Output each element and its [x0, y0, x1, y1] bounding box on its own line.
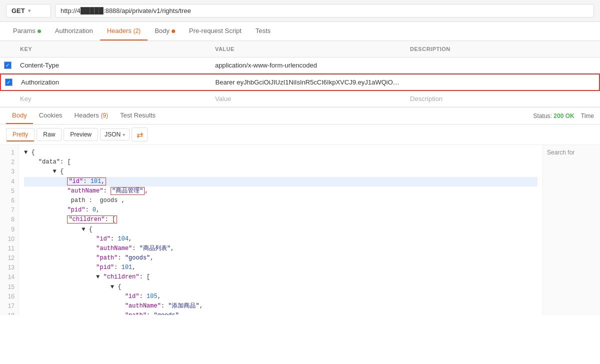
- body-tab-headers[interactable]: Headers (9): [69, 108, 114, 124]
- tab-pre-request[interactable]: Pre-request Script: [182, 22, 249, 40]
- body-tabs-row: Body Cookies Headers (9) Test Results St…: [0, 108, 600, 124]
- time-label: Time: [581, 112, 594, 120]
- table-row: Content-Type application/x-www-form-urle…: [0, 58, 600, 74]
- body-tab-test-results[interactable]: Test Results: [114, 108, 162, 124]
- status-value: 200 OK: [553, 112, 574, 120]
- body-tab-body[interactable]: Body: [6, 108, 33, 124]
- pretty-button[interactable]: Pretty: [6, 128, 35, 142]
- json-viewer: 12345678910111213141516171819 ▼ { "data"…: [0, 145, 600, 315]
- checkbox-checked[interactable]: [5, 78, 13, 86]
- row2-value[interactable]: Bearer eyJhbGciOiJIUzI1NiIsInR5cCI6IkpXV…: [210, 74, 404, 90]
- wrap-button[interactable]: ⇄: [132, 128, 148, 142]
- format-select[interactable]: JSON ▾: [100, 128, 130, 140]
- headers-table: KEY VALUE DESCRIPTION Content-Type appli…: [0, 41, 600, 108]
- json-content[interactable]: ▼ { "data": [ ▼ { "id": 101, "authName":…: [19, 145, 542, 315]
- format-select-label: JSON: [105, 131, 121, 138]
- table-row-placeholder: Key Value Description: [0, 91, 600, 107]
- raw-button[interactable]: Raw: [37, 128, 62, 141]
- url-input[interactable]: [55, 4, 594, 18]
- body-tab-cookies[interactable]: Cookies: [33, 108, 69, 124]
- preview-button[interactable]: Preview: [64, 128, 98, 141]
- row1-checkbox[interactable]: [0, 58, 15, 73]
- checkbox-checked[interactable]: [4, 62, 12, 69]
- row2-key[interactable]: Authorization: [16, 74, 210, 90]
- table-header: KEY VALUE DESCRIPTION: [0, 41, 600, 58]
- row1-key[interactable]: Content-Type: [15, 58, 210, 73]
- search-panel: Search for: [542, 145, 600, 315]
- key-col-header: KEY: [15, 44, 210, 54]
- status-label: Status:: [533, 112, 552, 120]
- chevron-down-icon: ▾: [123, 132, 125, 138]
- tab-tests[interactable]: Tests: [249, 22, 278, 40]
- wrap-icon: ⇄: [137, 130, 143, 140]
- placeholder-checkbox: [0, 95, 15, 103]
- method-label: GET: [12, 7, 25, 14]
- search-label: Search for: [547, 149, 574, 156]
- tab-params[interactable]: Params: [6, 22, 48, 40]
- row2-desc: [405, 78, 599, 86]
- desc-col-header: DESCRIPTION: [405, 44, 600, 54]
- row2-checkbox[interactable]: [1, 74, 16, 90]
- tab-headers[interactable]: Headers (2): [100, 22, 148, 40]
- tab-authorization[interactable]: Authorization: [48, 22, 100, 40]
- body-tabs-left: Body Cookies Headers (9) Test Results: [6, 108, 162, 124]
- value-col-header: VALUE: [210, 44, 405, 54]
- row1-value[interactable]: application/x-www-form-urlencoded: [210, 58, 405, 73]
- format-toolbar: Pretty Raw Preview JSON ▾ ⇄: [0, 124, 600, 145]
- table-row-authorization: Authorization Bearer eyJhbGciOiJIUzI1NiI…: [0, 74, 600, 91]
- line-numbers: 12345678910111213141516171819: [0, 145, 19, 315]
- chevron-down-icon: ▾: [28, 8, 31, 14]
- row1-desc: [405, 62, 600, 70]
- tab-body[interactable]: Body: [148, 22, 182, 40]
- params-dot: [38, 30, 41, 33]
- url-bar: GET ▾: [0, 0, 600, 22]
- body-dot: [172, 30, 175, 33]
- checkbox-col: [0, 44, 15, 54]
- request-tabs: Params Authorization Headers (2) Body Pr…: [0, 22, 600, 41]
- method-select[interactable]: GET ▾: [6, 4, 51, 18]
- placeholder-key[interactable]: Key: [15, 91, 210, 106]
- placeholder-desc[interactable]: Description: [405, 91, 600, 106]
- placeholder-value[interactable]: Value: [210, 91, 405, 106]
- status-area: Status: 200 OK Time: [533, 112, 594, 120]
